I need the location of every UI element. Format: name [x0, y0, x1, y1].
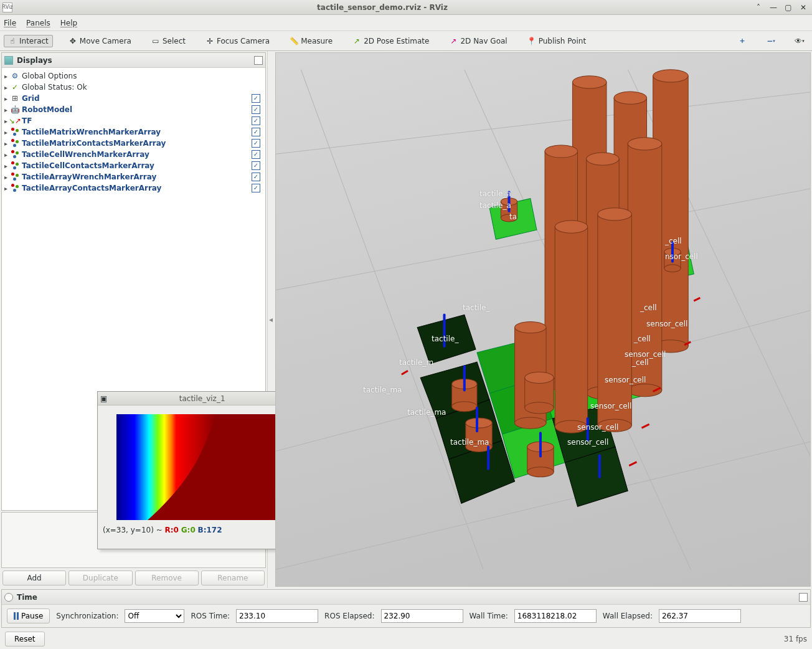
tree-row[interactable]: ▸TactileMatrixWrenchMarkerArray✓ [3, 126, 264, 138]
visibility-checkbox[interactable]: ✓ [252, 161, 260, 170]
tool-views[interactable]: 👁▾ [791, 35, 808, 47]
expand-arrow-icon[interactable]: ▸ [4, 163, 11, 169]
select-icon: ▭ [151, 37, 160, 45]
tactile-viz-title: tactile_viz_1 [107, 394, 297, 403]
tree-row[interactable]: ▸TactileCellWrenchMarkerArray✓ [3, 149, 264, 160]
time-float-button[interactable] [799, 593, 808, 602]
close-button[interactable]: ✕ [797, 3, 810, 12]
tree-row-label: TactileCellWrenchMarkerArray [22, 150, 252, 159]
reset-button[interactable]: Reset [5, 632, 45, 647]
rollup-button[interactable]: ˄ [752, 3, 765, 12]
svg-point-49 [598, 208, 632, 220]
tool-move-camera-label: Move Camera [80, 37, 131, 45]
tree-row-label: RobotModel [22, 105, 252, 114]
expand-arrow-icon[interactable]: ▸ [4, 95, 11, 102]
svg-line-83 [402, 371, 408, 374]
frame-label: tactile_m [399, 358, 433, 367]
tree-row[interactable]: ▸TactileMatrixContactsMarkerArray✓ [3, 138, 264, 149]
menu-help[interactable]: Help [60, 19, 77, 27]
minimize-button[interactable]: — [767, 3, 780, 12]
visibility-checkbox[interactable]: ✓ [252, 184, 260, 192]
tool-pose-estimate[interactable]: ↗2D Pose Estimate [348, 35, 433, 47]
expand-arrow-icon[interactable]: ▸ [4, 73, 11, 80]
tool-interact[interactable]: ☝Interact [4, 35, 53, 47]
add-button[interactable]: Add [2, 571, 66, 585]
frame-label: sensor_cell [625, 350, 666, 359]
svg-point-56 [452, 402, 477, 412]
visibility-checkbox[interactable]: ✓ [252, 150, 260, 159]
visibility-checkbox[interactable]: ✓ [252, 105, 260, 114]
maximize-button[interactable]: ▢ [782, 3, 795, 12]
ros-elapsed-field[interactable] [381, 609, 463, 623]
ros-time-field[interactable] [236, 609, 318, 623]
rename-button[interactable]: Rename [201, 571, 265, 585]
menu-file[interactable]: File [4, 19, 16, 27]
wall-elapsed-field[interactable] [659, 609, 741, 623]
tool-minus[interactable]: −▾ [762, 35, 780, 47]
svg-point-25 [572, 76, 607, 88]
tree-row[interactable]: ▸TactileCellContactsMarkerArray✓ [3, 160, 264, 171]
panel-float-button[interactable] [254, 56, 263, 65]
expand-arrow-icon[interactable]: ▸ [4, 151, 11, 158]
tool-select[interactable]: ▭Select [147, 35, 190, 47]
tree-row[interactable]: ▸↘↗TF✓ [3, 115, 264, 126]
ros-elapsed-label: ROS Elapsed: [324, 612, 374, 620]
expand-arrow-icon[interactable]: ▸ [4, 129, 11, 136]
expand-arrow-icon[interactable]: ▸ [4, 84, 11, 91]
displays-panel-header[interactable]: Displays [2, 53, 265, 68]
visibility-checkbox[interactable]: ✓ [252, 173, 260, 181]
visibility-checkbox[interactable]: ✓ [252, 94, 260, 103]
visibility-checkbox[interactable]: ✓ [252, 116, 260, 125]
frame-label: ta [509, 212, 517, 221]
arrow-pink-icon: ↗ [449, 37, 458, 45]
tree-row[interactable]: ▸TactileArrayWrenchMarkerArray✓ [3, 171, 264, 182]
frame-label: sensor_cell [605, 376, 646, 384]
tool-nav-goal[interactable]: ↗2D Nav Goal [445, 35, 511, 47]
tactile-status-r: R:0 [165, 526, 179, 534]
frame-label: _cell [632, 358, 649, 367]
3d-viewport[interactable]: tactile_a tactile_a ta nsor_cell _cell t… [275, 52, 811, 587]
tool-publish-point-label: Publish Point [539, 37, 586, 45]
svg-line-3 [276, 182, 810, 296]
tree-row[interactable]: ▸⚙Global Options [3, 70, 264, 82]
svg-rect-48 [598, 214, 632, 425]
left-column: Displays ▸⚙Global Options▸✓Global Status… [0, 51, 268, 588]
visibility-checkbox[interactable]: ✓ [252, 139, 260, 148]
tree-row[interactable]: ▸✓Global Status: Ok [3, 82, 264, 93]
time-panel-header[interactable]: Time [2, 590, 810, 605]
menu-panels[interactable]: Panels [26, 19, 50, 27]
toolbar: ☝Interact ✥Move Camera ▭Select ✢Focus Ca… [0, 31, 812, 51]
expand-arrow-icon[interactable]: ▸ [4, 140, 11, 147]
tool-move-camera[interactable]: ✥Move Camera [64, 35, 136, 47]
tree-row-label: Global Options [22, 72, 264, 80]
remove-button[interactable]: Remove [135, 571, 199, 585]
tool-publish-point[interactable]: 📍Publish Point [523, 35, 590, 47]
pin-icon: 📍 [527, 37, 536, 45]
tool-interact-label: Interact [19, 37, 49, 45]
tf-icon: ↘↗ [11, 116, 19, 125]
tree-row[interactable]: ▸🤖RobotModel✓ [3, 104, 264, 115]
minus-icon: −▾ [767, 37, 775, 45]
expand-arrow-icon[interactable]: ▸ [4, 185, 11, 192]
svg-point-44 [515, 417, 546, 429]
displays-buttons: Add Duplicate Remove Rename [1, 569, 266, 587]
expand-arrow-icon[interactable]: ▸ [4, 107, 11, 113]
tactile-status-g: G:0 [181, 526, 196, 534]
frame-label: sensor_cell [646, 320, 687, 328]
pause-button[interactable]: Pause [7, 609, 50, 623]
robot-icon: 🤖 [11, 105, 19, 114]
menubar: File Panels Help [0, 15, 812, 31]
tree-row[interactable]: ▸⊞Grid✓ [3, 93, 264, 104]
tool-focus-camera[interactable]: ✢Focus Camera [201, 35, 274, 47]
wall-time-field[interactable] [514, 609, 597, 623]
svg-point-28 [614, 92, 646, 104]
svg-point-52 [525, 372, 554, 383]
visibility-checkbox[interactable]: ✓ [252, 128, 260, 136]
duplicate-button[interactable]: Duplicate [68, 571, 132, 585]
tool-measure[interactable]: 📏Measure [285, 35, 337, 47]
tree-row[interactable]: ▸TactileArrayContactsMarkerArray✓ [3, 182, 264, 194]
tool-plus[interactable]: ＋ [734, 35, 751, 47]
sync-select[interactable]: Off [125, 609, 184, 623]
expand-arrow-icon[interactable]: ▸ [4, 174, 11, 181]
main-area: Displays ▸⚙Global Options▸✓Global Status… [0, 51, 812, 588]
